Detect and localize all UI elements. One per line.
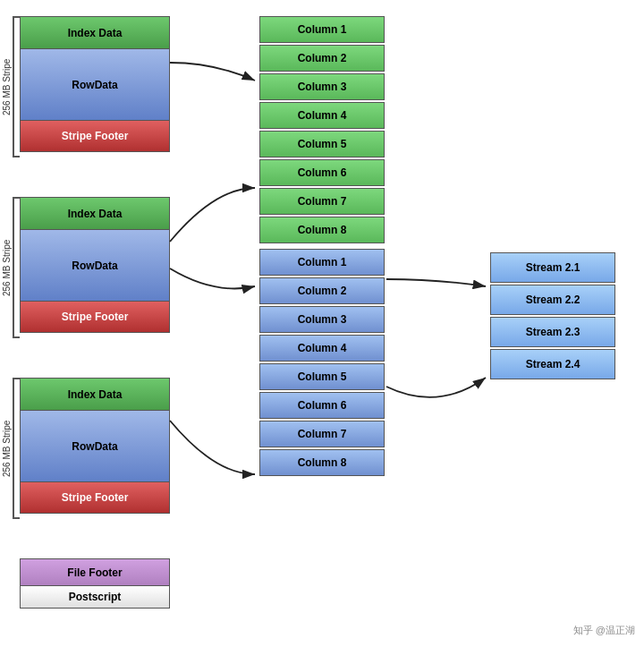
stripe1-bracket <box>13 16 20 157</box>
colgroup1-col2: Column 2 <box>259 45 385 72</box>
stripe2-index: Index Data <box>21 198 169 230</box>
stripe3-row: RowData <box>21 411 169 482</box>
colgroup1-col4: Column 4 <box>259 102 385 129</box>
stripe1-row: RowData <box>21 49 169 121</box>
stream-group: Stream 2.1 Stream 2.2 Stream 2.3 Stream … <box>490 252 615 381</box>
stripe1-index: Index Data <box>21 17 169 49</box>
colgroup2-col3: Column 3 <box>259 306 385 333</box>
stripe3-bracket <box>13 378 20 519</box>
file-footer-block: File Footer Postscript <box>20 558 170 609</box>
stripe2-block: Index Data RowData Stripe Footer <box>20 197 170 333</box>
colgroup2-col8: Column 8 <box>259 449 385 476</box>
diagram-container: Index Data RowData Stripe Footer 256 MB … <box>0 9 644 644</box>
stripe3-index: Index Data <box>21 379 169 411</box>
stream22: Stream 2.2 <box>490 285 615 315</box>
colgroup1-col8: Column 8 <box>259 217 385 243</box>
stripe3-block: Index Data RowData Stripe Footer <box>20 378 170 514</box>
stream24: Stream 2.4 <box>490 349 615 379</box>
stripe1-block: Index Data RowData Stripe Footer <box>20 16 170 152</box>
postscript: Postscript <box>20 585 170 609</box>
colgroup1-col6: Column 6 <box>259 159 385 186</box>
stripe2-footer: Stripe Footer <box>21 302 169 332</box>
colgroup2-col2: Column 2 <box>259 277 385 304</box>
stripe1-label: 256 MB Stripe <box>2 16 12 157</box>
colgroup2-col5: Column 5 <box>259 363 385 390</box>
colgroup1-col1: Column 1 <box>259 16 385 43</box>
colgroup1-col7: Column 7 <box>259 188 385 215</box>
colgroup2: Column 1 Column 2 Column 3 Column 4 Colu… <box>259 249 385 478</box>
stripe2-bracket <box>13 197 20 338</box>
stream23: Stream 2.3 <box>490 317 615 347</box>
watermark: 知乎 @温正湖 <box>573 624 635 637</box>
colgroup2-col1: Column 1 <box>259 249 385 276</box>
stripe3-footer: Stripe Footer <box>21 482 169 513</box>
stripe2-row: RowData <box>21 230 169 302</box>
stripe1-footer: Stripe Footer <box>21 121 169 151</box>
colgroup2-col7: Column 7 <box>259 421 385 447</box>
file-footer: File Footer <box>20 558 170 585</box>
colgroup2-col6: Column 6 <box>259 392 385 419</box>
colgroup1: Column 1 Column 2 Column 3 Column 4 Colu… <box>259 16 385 245</box>
stripe3-label: 256 MB Stripe <box>2 378 12 519</box>
stream21: Stream 2.1 <box>490 252 615 283</box>
stripe2-label: 256 MB Stripe <box>2 197 12 338</box>
colgroup1-col3: Column 3 <box>259 73 385 100</box>
colgroup1-col5: Column 5 <box>259 131 385 157</box>
colgroup2-col4: Column 4 <box>259 335 385 362</box>
